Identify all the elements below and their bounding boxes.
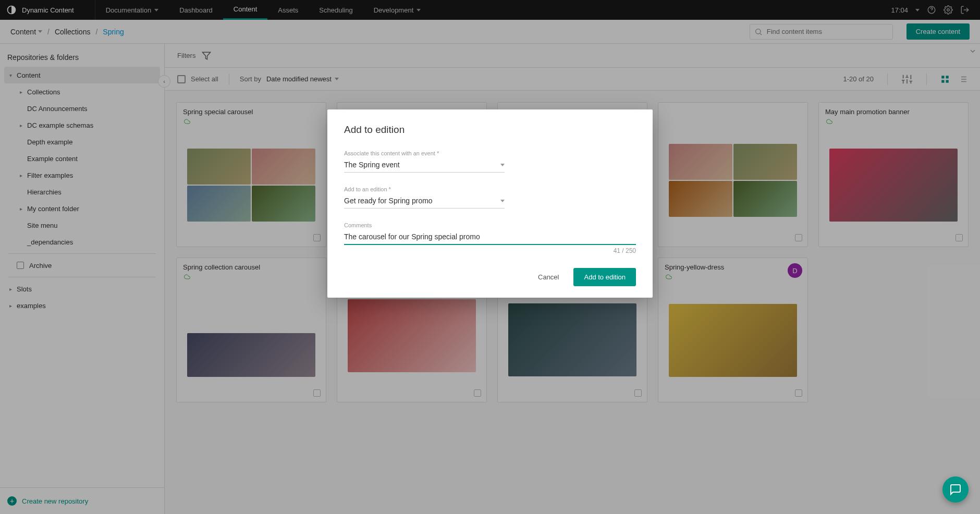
event-field[interactable]: Associate this content with an event * T… bbox=[344, 150, 505, 173]
event-field-label: Associate this content with an event * bbox=[344, 150, 505, 156]
cancel-button[interactable]: Cancel bbox=[529, 268, 568, 286]
chevron-down-icon bbox=[500, 164, 505, 166]
comments-field-value: The carousel for our Spring special prom… bbox=[344, 232, 480, 241]
modal-title: Add to edition bbox=[344, 124, 636, 136]
comments-field[interactable]: Comments The carousel for our Spring spe… bbox=[344, 222, 636, 254]
chevron-down-icon bbox=[500, 200, 505, 202]
modal-overlay[interactable]: Add to edition Associate this content wi… bbox=[0, 0, 980, 514]
add-to-edition-button[interactable]: Add to edition bbox=[573, 268, 636, 286]
chat-fab[interactable] bbox=[942, 476, 969, 503]
edition-field[interactable]: Add to an edition * Get ready for Spring… bbox=[344, 186, 505, 209]
event-field-value: The Spring event bbox=[344, 161, 400, 169]
chat-icon bbox=[949, 483, 962, 496]
comments-counter: 41 / 250 bbox=[344, 247, 636, 254]
add-to-edition-modal: Add to edition Associate this content wi… bbox=[327, 109, 653, 298]
comments-field-label: Comments bbox=[344, 222, 636, 228]
edition-field-value: Get ready for Spring promo bbox=[344, 197, 433, 205]
edition-field-label: Add to an edition * bbox=[344, 186, 505, 192]
